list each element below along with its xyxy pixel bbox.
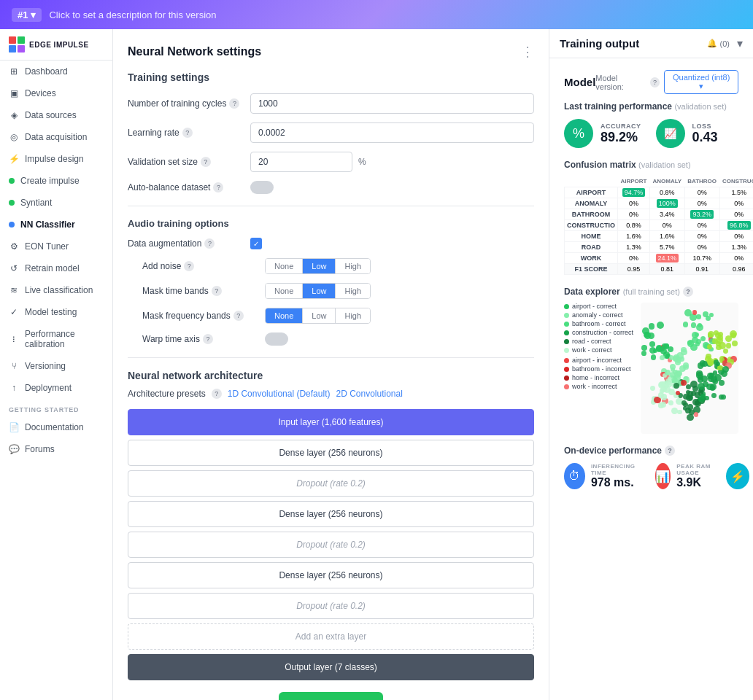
quantized-button[interactable]: Quantized (int8) ▾	[664, 70, 738, 94]
data-acquisition-icon: ◎	[9, 132, 19, 142]
mask-time-low[interactable]: Low	[303, 284, 336, 298]
auto-balance-help-icon[interactable]: ?	[213, 182, 223, 192]
scatter-dot-210	[719, 342, 726, 349]
version-description[interactable]: Click to set a description for this vers…	[49, 9, 216, 20]
deployment-icon: ↑	[9, 383, 19, 393]
sidebar-item-retrain-model[interactable]: ↺ Retrain model	[0, 257, 112, 279]
logo-text: EDGE IMPULSE	[29, 41, 89, 49]
cm-row-f1score: F1 SCORE 0.95 0.81 0.91 0.96 0.91 0.91 0…	[565, 264, 754, 275]
learning-rate-help-icon[interactable]: ?	[182, 128, 193, 138]
layer-dense-2[interactable]: Dense layer (256 neurons)	[128, 501, 534, 527]
mask-time-high[interactable]: High	[336, 284, 370, 298]
layer-output[interactable]: Output layer (7 classes)	[128, 654, 534, 680]
on-device-help[interactable]: ?	[665, 446, 675, 456]
legend-construction-correct: construction - correct	[564, 329, 633, 336]
panel-title: Neural Network settings	[128, 45, 261, 58]
legend-label-road-correct: road - correct	[572, 338, 611, 345]
data-explorer-help[interactable]: ?	[683, 287, 693, 297]
mask-freq-none[interactable]: None	[266, 308, 303, 323]
start-training-button[interactable]: Start training	[279, 692, 383, 700]
cm-label-airport: AIRPORT	[565, 187, 618, 198]
warp-time-toggle[interactable]	[265, 332, 288, 346]
percent-suffix: %	[358, 157, 366, 167]
sidebar-item-forums[interactable]: 💬 Forums	[0, 438, 112, 460]
preset-2d-link[interactable]: 2D Convolutional	[336, 389, 402, 399]
presets-help-icon[interactable]: ?	[212, 389, 222, 399]
warp-time-label: Warp time axis ?	[142, 334, 259, 344]
sidebar-item-dashboard[interactable]: ⊞ Dashboard	[0, 61, 112, 82]
sidebar-item-live-classification[interactable]: ≋ Live classification	[0, 279, 112, 301]
sidebar-label-impulse-design: Impulse design	[25, 154, 84, 164]
sidebar-label-deployment: Deployment	[25, 383, 72, 393]
layer-dense-3[interactable]: Dense layer (256 neurons)	[128, 562, 534, 588]
preset-1d-link[interactable]: 1D Convolutional (Default)	[228, 389, 331, 399]
on-device-metrics: ⏱ INFERENCING TIME 978 ms. 📊 PEAK RAM US…	[564, 463, 738, 489]
sidebar-item-devices[interactable]: ▣ Devices	[0, 82, 112, 104]
learning-rate-input[interactable]	[250, 122, 534, 143]
legend-dot-road-correct	[564, 339, 569, 344]
mask-time-help-icon[interactable]: ?	[212, 286, 222, 296]
add-noise-high[interactable]: High	[336, 259, 370, 273]
mask-time-label: Mask time bands ?	[142, 286, 259, 296]
mute-button[interactable]: 🔔 (0)	[707, 39, 730, 48]
sidebar-item-deployment[interactable]: ↑ Deployment	[0, 377, 112, 399]
add-noise-low[interactable]: Low	[303, 259, 336, 273]
sidebar-item-versioning[interactable]: ⑂ Versioning	[0, 355, 112, 377]
panel-menu-icon[interactable]: ⋮	[521, 44, 534, 60]
sidebar-item-data-sources[interactable]: ◈ Data sources	[0, 104, 112, 126]
validation-input[interactable]	[250, 152, 352, 172]
layer-dropout-1[interactable]: Dropout (rate 0.2)	[128, 470, 534, 497]
auto-balance-row: Auto-balance dataset ?	[128, 181, 534, 194]
loss-card: 📈 LOSS 0.43	[656, 119, 718, 148]
validation-help-icon[interactable]: ?	[201, 157, 211, 167]
add-noise-help-icon[interactable]: ?	[184, 261, 194, 271]
mask-freq-help-icon[interactable]: ?	[233, 311, 244, 321]
layer-add[interactable]: Add an extra layer	[128, 623, 534, 650]
mask-freq-label: Mask frequency bands ?	[142, 311, 259, 321]
sidebar-item-syntiant[interactable]: Syntiant	[0, 192, 112, 214]
mask-freq-high[interactable]: High	[336, 308, 370, 323]
sidebar-item-nn-classifier[interactable]: NN Classifier	[0, 214, 112, 236]
output-dropdown[interactable]: ▾	[737, 36, 743, 50]
mask-freq-row: Mask frequency bands ? None Low High	[128, 308, 534, 324]
legend-bathroom-incorrect: bathroom - incorrect	[564, 365, 633, 373]
sidebar-item-eon-tuner[interactable]: ⚙ EON Tuner	[0, 236, 112, 257]
cm-label-anomaly: ANOMALY	[565, 198, 618, 209]
cm-corner-header	[565, 176, 618, 187]
legend-home-incorrect: home - incorrect	[564, 374, 633, 381]
version-badge[interactable]: #1 ▾	[12, 8, 42, 22]
scatter-dot-154	[683, 322, 689, 327]
legend-dot-airport-correct	[564, 304, 569, 309]
sidebar-item-create-impulse[interactable]: Create impulse	[0, 170, 112, 192]
sidebar-label-data-acquisition: Data acquisition	[25, 132, 87, 142]
add-noise-none[interactable]: None	[266, 259, 303, 273]
layer-dropout-3[interactable]: Dropout (rate 0.2)	[128, 593, 534, 619]
scatter-dot-214	[694, 412, 699, 417]
model-version-help[interactable]: ?	[650, 77, 660, 88]
augmentation-checkbox[interactable]: ✓	[250, 238, 262, 249]
auto-balance-toggle[interactable]	[250, 181, 274, 194]
sidebar-item-performance-calibration[interactable]: ⫶ Performance calibration	[0, 323, 112, 355]
mask-time-none[interactable]: None	[266, 284, 303, 298]
sidebar-item-model-testing[interactable]: ✓ Model testing	[0, 301, 112, 323]
sidebar-item-impulse-design[interactable]: ⚡ Impulse design	[0, 148, 112, 170]
sidebar-item-data-acquisition[interactable]: ◎ Data acquisition	[0, 126, 112, 148]
cycles-help-icon[interactable]: ?	[229, 98, 239, 109]
sidebar-label-retrain-model: Retrain model	[25, 263, 80, 273]
layer-input[interactable]: Input layer (1,600 features)	[128, 409, 534, 435]
validation-set-label: (validation set)	[674, 102, 727, 111]
augmentation-help-icon[interactable]: ?	[204, 238, 215, 249]
scatter-dot-142	[681, 380, 687, 386]
confusion-matrix-table: AIRPORT ANOMALY BATHROO CONSTRUC HOME RO…	[564, 176, 753, 275]
model-version-label: Model version:	[595, 74, 646, 91]
layer-dense-1[interactable]: Dense layer (256 neurons)	[128, 440, 534, 466]
cycles-input[interactable]	[250, 93, 534, 114]
mask-freq-low[interactable]: Low	[303, 308, 336, 323]
sidebar-item-documentation[interactable]: 📄 Documentation	[0, 416, 112, 438]
layer-dropout-2[interactable]: Dropout (rate 0.2)	[128, 532, 534, 558]
confusion-subtitle: (validation set)	[638, 160, 691, 169]
sidebar-label-forums: Forums	[25, 444, 55, 454]
dashboard-icon: ⊞	[9, 66, 19, 77]
left-panel: Neural Network settings ⋮ Training setti…	[113, 29, 549, 700]
warp-time-help-icon[interactable]: ?	[203, 334, 213, 344]
